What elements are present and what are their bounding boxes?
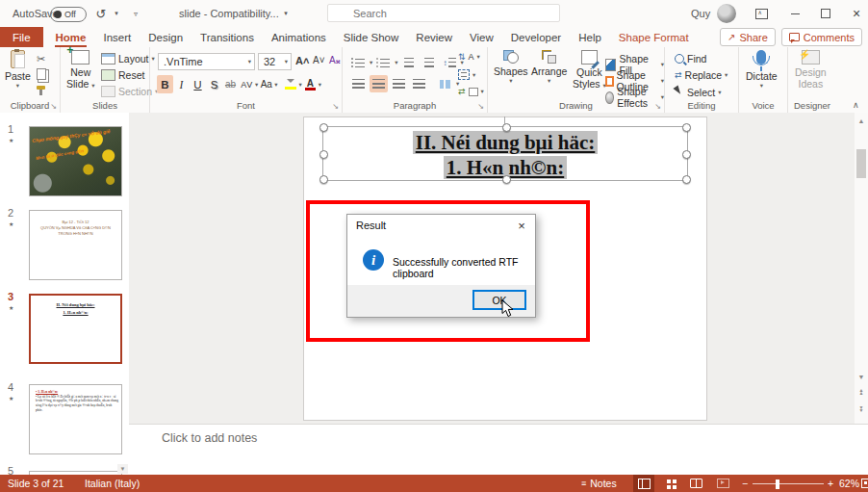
scrollbar-thumb[interactable] <box>856 149 866 178</box>
numbering-button[interactable] <box>374 54 393 71</box>
tab-review[interactable]: Review <box>407 27 461 47</box>
resize-handle-ne[interactable] <box>682 123 691 132</box>
customize-quick-access-icon[interactable]: ▿ <box>127 4 144 23</box>
change-case-button[interactable]: Aa <box>258 75 274 93</box>
font-name-combo[interactable]: .VnTime▾ <box>158 53 255 70</box>
tab-transitions[interactable]: Transitions <box>191 27 263 47</box>
normal-view-button[interactable] <box>633 475 654 492</box>
reset-button[interactable]: Reset <box>101 69 144 81</box>
slide-thumbnail-1[interactable]: Chµo mõng quý thÇy c« vÒ dù giê M«n Gi¸o… <box>29 126 122 196</box>
resize-handle-n[interactable] <box>502 123 511 132</box>
slide-thumbnail-2[interactable]: Bµi 12 - TiÕt 12 QUYÒN Vµ NGHÜA Vô CñA C… <box>29 210 122 280</box>
slide-position[interactable]: Slide 3 of 21 <box>8 478 64 489</box>
tab-developer[interactable]: Developer <box>502 27 570 47</box>
new-slide-button[interactable]: New Slide ▾ <box>66 50 95 90</box>
line-spacing-button[interactable]: ↕ <box>441 54 459 71</box>
decrease-indent-button[interactable] <box>400 54 419 71</box>
resize-handle-w[interactable] <box>319 150 328 159</box>
bold-button[interactable]: B <box>157 75 173 93</box>
panel-scroll-down-icon[interactable]: ▼ <box>117 464 128 474</box>
convert-smartart-button[interactable]: ⇄▾ <box>458 87 484 96</box>
dialog-close-icon[interactable]: × <box>508 215 535 236</box>
ribbon-display-options-button[interactable] <box>746 0 777 27</box>
resize-handle-nw[interactable] <box>319 123 328 132</box>
design-ideas-button[interactable]: DesignIdeas <box>795 50 827 90</box>
slide-sorter-view-button[interactable] <box>660 475 681 492</box>
tab-shape-format[interactable]: Shape Format <box>610 27 698 47</box>
paste-button[interactable]: Paste▾ <box>5 50 31 90</box>
resize-handle-e[interactable] <box>682 150 691 159</box>
search-input[interactable] <box>327 4 560 22</box>
language-indicator[interactable]: Italian (Italy) <box>85 478 140 489</box>
copy-icon[interactable] <box>37 68 46 80</box>
reading-view-button[interactable] <box>685 475 706 492</box>
font-color-button[interactable]: A <box>302 75 319 93</box>
dictate-button[interactable]: Dictate▾ <box>746 50 778 90</box>
zoom-level[interactable]: 62% <box>839 478 859 489</box>
highlight-color-button[interactable] <box>283 75 299 93</box>
resize-handle-se[interactable] <box>682 175 691 184</box>
align-left-button[interactable] <box>349 75 368 92</box>
resize-handle-sw[interactable] <box>319 175 328 184</box>
strikethrough-button[interactable]: ab <box>222 75 239 93</box>
text-direction-button[interactable]: ⇅A▾ <box>458 52 480 62</box>
title-textbox[interactable]: II. Néi dung bµi häc: 1. H«n nh©n: <box>322 126 688 181</box>
font-size-combo[interactable]: 32▾ <box>258 53 292 70</box>
fit-slide-to-window-button[interactable] <box>859 475 868 492</box>
character-spacing-button[interactable]: AV <box>239 75 255 93</box>
font-dialog-launcher-icon[interactable]: ↘ <box>332 102 339 111</box>
paragraph-dialog-launcher-icon[interactable]: ↘ <box>477 102 484 111</box>
shapes-button[interactable]: Shapes▾ <box>494 50 528 85</box>
title-dropdown-icon[interactable]: ▾ <box>277 4 294 23</box>
bullets-button[interactable] <box>349 54 368 71</box>
slide-thumbnail-3-selected[interactable]: II. Néi dung bµi häc: 1. H«n nh©n: <box>29 294 122 364</box>
vertical-scrollbar[interactable]: ▲ ▼ ▲▲ ▼▼ <box>855 113 868 424</box>
close-button[interactable]: × <box>841 0 868 27</box>
increase-font-size-button[interactable]: A˄ <box>295 55 309 66</box>
comments-button[interactable]: Comments <box>781 28 862 46</box>
align-right-button[interactable] <box>390 75 408 92</box>
clipboard-dialog-launcher-icon[interactable]: ↘ <box>50 102 57 111</box>
tab-view[interactable]: View <box>461 27 502 47</box>
replace-button[interactable]: ⇄Replace▾ <box>675 69 728 81</box>
tab-design[interactable]: Design <box>140 27 191 47</box>
next-slide-button[interactable]: ▼▼ <box>855 403 868 415</box>
avatar[interactable] <box>717 4 736 23</box>
columns-button[interactable] <box>436 75 454 92</box>
layout-button[interactable]: Layout▾ <box>101 53 155 65</box>
autosave-toggle[interactable]: Off <box>50 7 87 22</box>
notes-toggle-button[interactable]: ≡ Notes <box>581 475 617 492</box>
arrange-button[interactable]: Arrange▾ <box>531 50 567 85</box>
zoom-out-button[interactable]: − <box>739 475 751 492</box>
collapse-ribbon-icon[interactable]: ∧ <box>853 100 859 110</box>
italic-button[interactable]: I <box>173 75 190 93</box>
previous-slide-button[interactable]: ▲▲ <box>855 386 868 398</box>
scroll-up-icon[interactable]: ▲ <box>855 115 868 126</box>
zoom-in-button[interactable]: + <box>826 475 835 492</box>
tab-insert[interactable]: Insert <box>94 27 140 47</box>
tab-file[interactable]: File <box>0 27 43 47</box>
slide-thumbnail-4[interactable]: • 1. H«n nh©n: • Lµ sù liªn kÕt ®Æc biÖt… <box>29 384 122 454</box>
drawing-dialog-launcher-icon[interactable]: ↘ <box>654 102 661 111</box>
minimize-button[interactable] <box>779 0 810 27</box>
decrease-font-size-button[interactable]: A˅ <box>313 55 325 65</box>
restore-button[interactable] <box>810 0 841 27</box>
format-painter-icon[interactable] <box>37 86 45 95</box>
ok-button[interactable]: OK <box>472 290 526 310</box>
undo-dropdown-icon[interactable]: ▾ <box>108 4 125 23</box>
scroll-down-icon[interactable]: ▼ <box>855 371 868 382</box>
zoom-slider-thumb[interactable] <box>776 479 779 489</box>
slideshow-view-button[interactable] <box>712 475 733 492</box>
notes-pane[interactable]: Click to add notes <box>129 424 868 476</box>
text-shadow-button[interactable]: S <box>206 75 222 93</box>
resize-handle-s[interactable] <box>502 175 511 184</box>
find-button[interactable]: Find <box>675 53 706 65</box>
justify-button[interactable] <box>410 75 428 92</box>
cut-icon[interactable]: ✂ <box>37 53 45 65</box>
increase-indent-button[interactable] <box>421 54 439 71</box>
zoom-slider[interactable] <box>753 483 824 485</box>
tab-animations[interactable]: Animations <box>263 27 335 47</box>
quick-styles-button[interactable]: QuickStyles ▾ <box>573 50 606 90</box>
align-text-button[interactable]: ▾ <box>458 69 475 80</box>
align-center-button[interactable] <box>370 75 388 92</box>
